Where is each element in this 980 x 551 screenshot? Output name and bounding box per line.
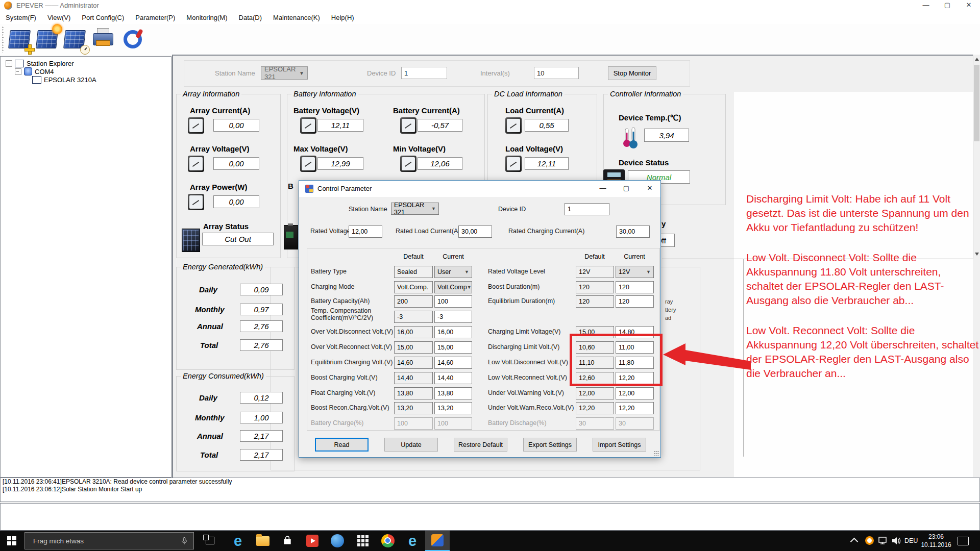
param-label: Battery Dischage(%) <box>488 419 547 427</box>
rated-load-current-input[interactable]: 30,00 <box>458 226 492 238</box>
print-button[interactable] <box>91 27 115 52</box>
param-current-select[interactable]: User▼ <box>434 266 472 278</box>
clock[interactable]: 23:06 10.11.2016 <box>918 533 954 549</box>
taskbar-edge[interactable]: e <box>226 531 250 551</box>
start-button[interactable] <box>0 531 24 551</box>
gauge-icon <box>188 117 204 134</box>
param-current-input[interactable]: -3 <box>434 311 472 323</box>
menu-parameter[interactable]: Parameter(P) <box>130 11 181 24</box>
param-current-select[interactable]: Volt.Comp▼ <box>434 281 472 293</box>
interval-input[interactable]: 10 <box>534 67 579 79</box>
tree-label-port[interactable]: COM4 <box>35 68 54 76</box>
param-current-input[interactable]: 120 <box>616 295 654 308</box>
param-label: Battery Charge(%) <box>311 419 364 427</box>
taskbar-file-explorer[interactable] <box>251 531 275 551</box>
collapse-icon[interactable] <box>6 60 12 67</box>
toolbar <box>0 24 980 56</box>
stop-monitor-button[interactable]: Stop Monitor <box>608 66 656 80</box>
monthly-label: Monthly <box>195 413 225 422</box>
menu-bar: System(F) View(V) Port Config(C) Paramet… <box>0 11 980 24</box>
date: 10.11.2016 <box>918 541 954 549</box>
close-button[interactable]: ✕ <box>958 0 979 11</box>
dialog-maximize-button[interactable]: ▢ <box>615 181 638 197</box>
tree-label-device[interactable]: EPSOLAR 3210A <box>44 76 96 84</box>
epever-logo-icon <box>4 2 12 10</box>
dialog-minimize-button[interactable]: — <box>591 181 615 197</box>
menu-help[interactable]: Help(H) <box>326 11 360 24</box>
dialog-titlebar[interactable]: Control Parameter — ▢ ✕ <box>299 181 660 197</box>
param-current-input[interactable]: 12,00 <box>616 387 654 399</box>
annotation-paragraph: Discharging Limit Volt: Habe ich auf 11 … <box>746 192 980 235</box>
param-label: Low Volt.Reconnect Volt.(V) <box>488 374 567 381</box>
taskbar-media-app[interactable] <box>300 531 325 551</box>
microphone-icon[interactable] <box>180 536 188 545</box>
highlight-rectangle <box>570 334 663 386</box>
param-current-select[interactable]: 12V▼ <box>616 266 654 278</box>
update-button[interactable]: Update <box>384 438 438 452</box>
chrome-icon <box>381 534 395 547</box>
menu-maintenance[interactable]: Maintenance(K) <box>267 11 326 24</box>
tree-label-root[interactable]: Station Explorer <box>27 60 74 67</box>
collapse-icon[interactable] <box>15 68 21 75</box>
menu-system[interactable]: System(F) <box>0 11 42 24</box>
menu-monitoring[interactable]: Monitoring(M) <box>181 11 233 24</box>
current-column-header: Current <box>615 253 654 260</box>
scroll-up-icon[interactable] <box>975 58 979 61</box>
read-button[interactable]: Read <box>315 438 369 452</box>
scroll-thumb[interactable] <box>974 65 979 141</box>
task-view-button[interactable] <box>203 535 215 546</box>
dialog-close-button[interactable]: ✕ <box>638 181 662 197</box>
param-current-input[interactable]: 16,00 <box>434 326 472 338</box>
station-name-select[interactable]: EPSOLAR 321▼ <box>391 203 439 215</box>
export-settings-button[interactable]: Export Settings <box>523 438 577 452</box>
param-default: Sealed <box>394 266 433 278</box>
tray-expand-icon[interactable] <box>850 538 859 546</box>
param-current-input[interactable]: 13,80 <box>434 387 472 399</box>
param-default: Volt.Comp. <box>394 281 433 293</box>
taskbar-internet-explorer[interactable]: e <box>400 531 425 551</box>
array-voltage-label: Array Voltage(V) <box>190 144 249 153</box>
rated-charging-current-input[interactable]: 30,00 <box>616 226 650 238</box>
add-station-button[interactable] <box>8 27 33 52</box>
param-current-input[interactable]: 14,60 <box>434 357 472 369</box>
taskbar-chrome[interactable] <box>376 531 400 551</box>
param-current-input[interactable]: 15,00 <box>434 341 472 354</box>
param-current-input[interactable]: 13,20 <box>434 402 472 414</box>
taskbar-store[interactable] <box>275 531 300 551</box>
language-indicator[interactable]: DEU <box>904 537 918 544</box>
import-settings-button[interactable]: Import Settings <box>593 438 646 452</box>
restore-default-button[interactable]: Restore Default <box>454 438 507 452</box>
param-current-input[interactable]: 120 <box>616 281 654 293</box>
taskbar-search[interactable]: Frag mich etwas <box>24 532 194 549</box>
menu-port-config[interactable]: Port Config(C) <box>76 11 130 24</box>
station-name-select[interactable]: EPSOLAR 321▼ <box>261 66 308 80</box>
taskbar-epever-active[interactable] <box>425 531 450 551</box>
exit-button[interactable] <box>120 27 145 52</box>
minimize-button[interactable]: — <box>915 0 937 11</box>
station-explorer-panel: Station Explorer COM4 EPSOLAR 3210A <box>0 56 172 478</box>
tree-node-device[interactable]: EPSOLAR 3210A <box>32 76 96 84</box>
action-center-icon[interactable] <box>958 537 969 545</box>
menu-data[interactable]: Data(D) <box>233 11 268 24</box>
param-current-input[interactable]: 100 <box>434 295 472 308</box>
tree-node-com4[interactable]: COM4 <box>15 67 54 76</box>
realtime-monitor-button[interactable] <box>63 27 88 52</box>
param-current-input[interactable]: 14,40 <box>434 372 472 384</box>
taskbar-grid-app[interactable] <box>351 531 375 551</box>
menu-view[interactable]: View(V) <box>42 11 76 24</box>
log-panel: [10.11.2016 23:06:41]EPSOLAR 3210A: Read… <box>0 478 980 502</box>
rated-voltage-input[interactable]: 12,00 <box>349 226 382 238</box>
network-icon[interactable] <box>878 536 888 545</box>
speaker-icon[interactable] <box>891 536 901 545</box>
device-id-input[interactable]: 1 <box>401 67 447 79</box>
grid-icon <box>357 535 369 546</box>
resize-grip[interactable] <box>654 450 659 456</box>
param-label: Under Volt.Warn.Reco.Volt.(V) <box>488 404 574 411</box>
taskbar-blue-app[interactable] <box>325 531 350 551</box>
device-id-input[interactable]: 1 <box>565 203 609 215</box>
monitor-station-button[interactable] <box>36 27 60 52</box>
maximize-button[interactable]: ▢ <box>937 0 958 11</box>
param-current-input[interactable]: 12,20 <box>616 402 654 414</box>
antivirus-tray-icon[interactable] <box>865 536 874 545</box>
tree-node-station-explorer[interactable]: Station Explorer <box>6 59 74 67</box>
